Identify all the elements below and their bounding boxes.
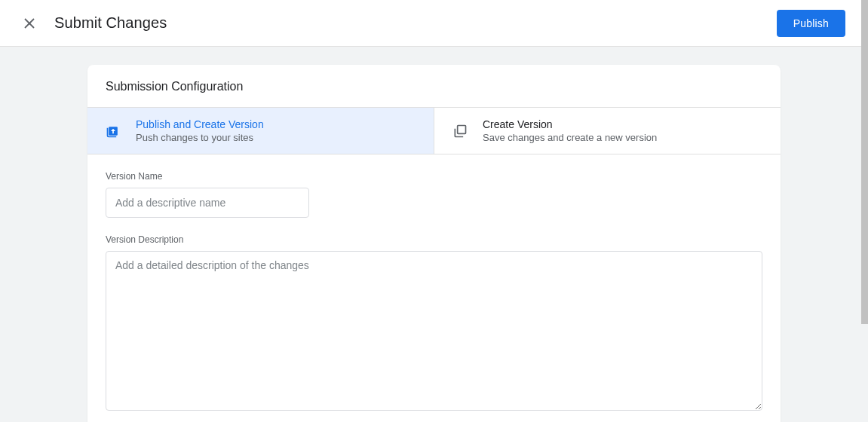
version-name-input[interactable] <box>106 188 309 218</box>
copy-icon <box>452 124 468 139</box>
svg-rect-3 <box>458 125 466 133</box>
tab-text: Create Version Save changes and create a… <box>483 118 657 143</box>
card-title: Submission Configuration <box>106 80 762 93</box>
tab-title: Create Version <box>483 118 657 130</box>
tab-publish-create-version[interactable]: Publish and Create Version Push changes … <box>87 108 434 154</box>
tab-subtitle: Push changes to your sites <box>136 132 264 143</box>
scrollbar[interactable] <box>861 0 868 324</box>
config-tabs: Publish and Create Version Push changes … <box>87 107 781 154</box>
version-name-group: Version Name <box>106 171 762 218</box>
publish-icon <box>106 124 121 139</box>
tab-subtitle: Save changes and create a new version <box>483 132 657 143</box>
close-button[interactable] <box>23 17 36 30</box>
header-left: Submit Changes <box>23 14 167 32</box>
version-description-group: Version Description <box>106 234 762 414</box>
publish-button[interactable]: Publish <box>777 10 845 37</box>
close-icon <box>24 18 35 29</box>
version-description-label: Version Description <box>106 234 762 245</box>
tab-title: Publish and Create Version <box>136 118 264 130</box>
version-description-input[interactable] <box>106 251 762 411</box>
card-header: Submission Configuration <box>87 65 781 107</box>
form-area: Version Name Version Description <box>87 154 781 422</box>
content-wrap: Submission Configuration Publish and Cre… <box>0 47 868 422</box>
page-title: Submit Changes <box>54 14 167 32</box>
page-header: Submit Changes Publish <box>0 0 868 47</box>
tab-create-version[interactable]: Create Version Save changes and create a… <box>434 108 781 154</box>
version-name-label: Version Name <box>106 171 762 182</box>
tab-text: Publish and Create Version Push changes … <box>136 118 264 143</box>
submission-card: Submission Configuration Publish and Cre… <box>87 65 781 422</box>
